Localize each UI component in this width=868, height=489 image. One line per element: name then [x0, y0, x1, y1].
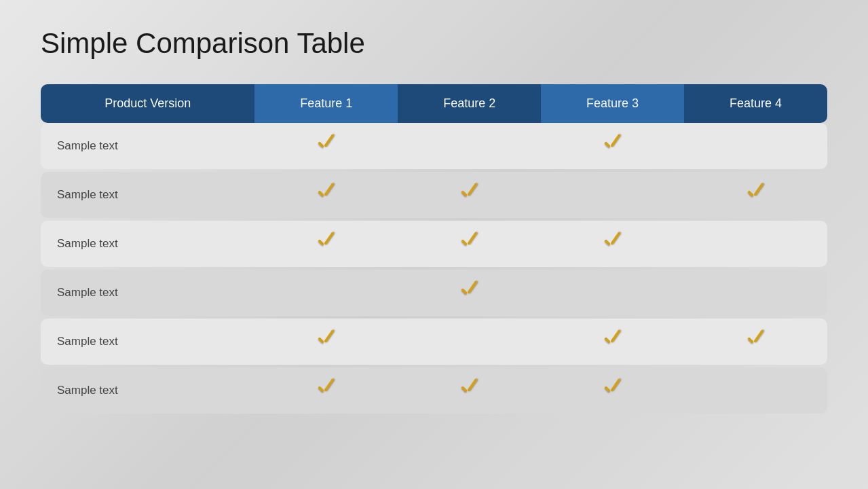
row-label: Sample text [41, 319, 254, 365]
row-feature-4 [684, 172, 827, 218]
checkmark-icon [316, 138, 337, 154]
table-row: Sample text [41, 221, 827, 267]
row-feature-4 [684, 221, 827, 267]
row-feature-2 [398, 172, 541, 218]
checkmark-icon [316, 236, 337, 252]
row-feature-3 [541, 221, 684, 267]
row-feature-3 [541, 123, 684, 169]
checkmark-icon [459, 236, 480, 252]
header-feature-1: Feature 1 [254, 84, 398, 123]
row-feature-2 [398, 319, 541, 365]
checkmark-icon [746, 187, 766, 203]
row-feature-1 [254, 221, 398, 267]
row-feature-4 [684, 123, 827, 169]
table-header-row: Product Version Feature 1 Feature 2 Feat… [41, 84, 827, 123]
row-feature-2 [398, 367, 541, 414]
checkmark-icon [603, 138, 623, 154]
checkmark-icon [746, 333, 766, 350]
row-feature-2 [398, 221, 541, 267]
row-label: Sample text [41, 270, 254, 316]
table-row: Sample text [41, 319, 827, 365]
row-feature-4 [684, 367, 827, 414]
row-feature-3 [541, 319, 684, 365]
row-feature-1 [254, 367, 398, 414]
comparison-table: Product Version Feature 1 Feature 2 Feat… [41, 84, 827, 414]
row-label: Sample text [41, 367, 254, 414]
row-feature-1 [254, 270, 398, 316]
row-feature-1 [254, 172, 398, 218]
table-row: Sample text [41, 270, 827, 316]
row-feature-2 [398, 270, 541, 316]
row-feature-1 [254, 123, 398, 169]
row-label: Sample text [41, 221, 254, 267]
row-label: Sample text [41, 172, 254, 218]
checkmark-icon [459, 382, 480, 399]
table-row: Sample text [41, 367, 827, 414]
checkmark-icon [316, 333, 337, 350]
row-feature-2 [398, 123, 541, 169]
row-feature-3 [541, 172, 684, 218]
checkmark-icon [316, 187, 337, 203]
header-feature-3: Feature 3 [541, 84, 684, 123]
checkmark-icon [459, 285, 480, 301]
row-feature-1 [254, 319, 398, 365]
row-feature-3 [541, 270, 684, 316]
header-product-version: Product Version [41, 84, 254, 123]
checkmark-icon [603, 382, 623, 399]
row-feature-4 [684, 319, 827, 365]
checkmark-icon [459, 187, 480, 203]
checkmark-icon [603, 333, 623, 350]
row-label: Sample text [41, 123, 254, 169]
page-title: Simple Comparison Table [41, 27, 827, 60]
table-row: Sample text [41, 123, 827, 169]
checkmark-icon [316, 382, 337, 399]
checkmark-icon [603, 236, 623, 252]
row-feature-3 [541, 367, 684, 414]
table-row: Sample text [41, 172, 827, 218]
header-feature-2: Feature 2 [398, 84, 541, 123]
row-feature-4 [684, 270, 827, 316]
header-feature-4: Feature 4 [684, 84, 827, 123]
